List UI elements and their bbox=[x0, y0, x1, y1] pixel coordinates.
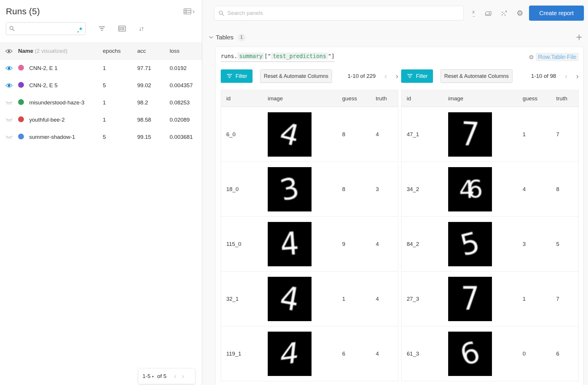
image-column-header[interactable]: image bbox=[268, 95, 342, 102]
run-row[interactable]: misunderstood-haze-3 1 98.2 0.08253 bbox=[0, 94, 202, 111]
panel-query-expression[interactable]: runs.summary["test_predictions"] bbox=[221, 53, 335, 62]
runs-pagination: 1-5 ▾ of 5 ‹ › bbox=[138, 369, 195, 384]
eye-open-icon[interactable] bbox=[5, 66, 18, 71]
id-column-header[interactable]: id bbox=[407, 95, 448, 102]
table-next-page-button[interactable]: › bbox=[396, 72, 398, 80]
runs-prev-page-button[interactable]: ‹ bbox=[174, 373, 176, 380]
runs-filter-button[interactable] bbox=[98, 26, 105, 31]
bracket-open: [" bbox=[264, 53, 271, 59]
panel-settings-glyph bbox=[484, 10, 492, 16]
guess-column-header[interactable]: guess bbox=[342, 95, 376, 102]
tables-section-title[interactable]: Tables bbox=[216, 34, 234, 41]
image-column-header[interactable]: image bbox=[448, 95, 523, 102]
cell-truth: 5 bbox=[556, 241, 578, 247]
digit-glyph: 7 bbox=[460, 118, 480, 151]
runs-columns-button[interactable] bbox=[118, 26, 126, 32]
table-header-row: id image guess truth bbox=[221, 90, 398, 107]
mnist-digit-image[interactable]: 46 bbox=[448, 167, 492, 211]
guess-column-header[interactable]: guess bbox=[523, 95, 556, 102]
cell-guess: 3 bbox=[523, 241, 556, 247]
table-row: 84_2 5 3 5 bbox=[401, 217, 578, 272]
digit-glyph: 5 bbox=[457, 228, 483, 260]
list-icon bbox=[118, 26, 126, 32]
digit-glyph: 4 bbox=[279, 228, 300, 260]
run-row[interactable]: summer-shadow-1 5 99.15 0.003681 bbox=[0, 128, 202, 146]
table-prev-page-button[interactable]: ‹ bbox=[565, 72, 568, 80]
outlier-scatter-icon[interactable] bbox=[501, 10, 508, 16]
mnist-digit-image[interactable]: 6 bbox=[448, 332, 492, 376]
digit-glyph: 4 bbox=[278, 281, 302, 316]
predictions-table-left: Filter Reset & Automate Columns 1-10 of … bbox=[221, 69, 398, 381]
mnist-digit-image[interactable]: 4 bbox=[268, 222, 312, 266]
digit-glyph: 3 bbox=[277, 173, 302, 205]
funnel-icon bbox=[407, 74, 413, 78]
table-icon bbox=[184, 8, 191, 15]
digit-glyph: 7 bbox=[461, 283, 479, 315]
panel-settings-icon[interactable] bbox=[484, 10, 492, 16]
acc-column-header[interactable]: acc bbox=[137, 48, 170, 54]
reset-automate-columns-button[interactable]: Reset & Automate Columns bbox=[260, 69, 332, 83]
cell-guess: 0 bbox=[523, 351, 556, 357]
gear-glyph: ⚙ bbox=[516, 9, 523, 17]
add-panel-button[interactable]: + bbox=[576, 34, 582, 41]
sort-icon: ↓↑ bbox=[139, 25, 143, 32]
table-filter-button[interactable]: Filter bbox=[221, 69, 253, 83]
create-report-button[interactable]: Create report bbox=[529, 6, 584, 21]
table-next-page-button[interactable]: › bbox=[576, 72, 579, 80]
key-chip[interactable]: test_predictions bbox=[271, 52, 328, 60]
visibility-header-icon[interactable] bbox=[5, 49, 18, 54]
truth-column-header[interactable]: truth bbox=[556, 95, 578, 102]
runs-next-page-button[interactable]: › bbox=[182, 373, 184, 380]
cell-guess: 8 bbox=[342, 186, 376, 192]
run-row[interactable]: CNN-2, E 1 1 97.71 0.0192 bbox=[0, 60, 202, 77]
run-name[interactable]: summer-shadow-1 bbox=[29, 134, 103, 140]
summary-chip[interactable]: summary bbox=[237, 52, 264, 60]
bracket-close: "] bbox=[328, 53, 335, 59]
runs-search-input[interactable] bbox=[15, 26, 77, 32]
cell-id: 34_2 bbox=[407, 186, 448, 192]
name-column-header[interactable]: Name (2 visualized) bbox=[18, 48, 103, 54]
run-name[interactable]: CNN-2, E 5 bbox=[29, 82, 103, 89]
eye-closed-icon[interactable] bbox=[5, 118, 18, 122]
mnist-digit-image[interactable]: 7 bbox=[448, 112, 492, 157]
epochs-column-header[interactable]: epochs bbox=[103, 48, 137, 54]
panel-config-gear-icon[interactable]: ⚙ bbox=[529, 54, 534, 61]
table-panel-card: runs.summary["test_predictions"] ⚙ Row.T… bbox=[215, 47, 584, 385]
mnist-digit-image[interactable]: 4 bbox=[268, 277, 312, 321]
mnist-digit-image[interactable]: 4 bbox=[268, 112, 312, 157]
table-row: 61_3 6 0 6 bbox=[401, 326, 578, 381]
chevron-right-icon: › bbox=[192, 7, 195, 15]
panel-type-link[interactable]: Row.Table-File bbox=[536, 53, 579, 61]
table-row: 119_1 4 6 4 bbox=[221, 326, 398, 381]
x-axis-settings-icon[interactable]: x → bbox=[471, 9, 476, 18]
run-row[interactable]: youthful-bee-2 1 98.58 0.02089 bbox=[0, 111, 202, 128]
table-filter-button[interactable]: Filter bbox=[401, 69, 433, 83]
eye-closed-icon[interactable] bbox=[5, 135, 18, 139]
expand-table-button[interactable]: › bbox=[184, 7, 195, 15]
runs-page-range-dropdown[interactable]: 1-5 bbox=[142, 373, 150, 379]
eye-closed-icon[interactable] bbox=[5, 100, 18, 105]
regex-toggle-icon[interactable]: .* bbox=[77, 26, 82, 32]
run-name[interactable]: CNN-2, E 1 bbox=[29, 65, 103, 71]
runs-sidebar: Runs (5) › .* bbox=[0, 0, 202, 385]
table-pagination-text: 1-10 of 98 bbox=[531, 73, 556, 79]
mnist-digit-image[interactable]: 3 bbox=[268, 167, 312, 211]
mnist-digit-image[interactable]: 4 bbox=[268, 332, 312, 376]
run-acc: 98.58 bbox=[137, 117, 170, 123]
panel-search-input[interactable] bbox=[227, 10, 459, 16]
run-row[interactable]: CNN-2, E 5 5 99.02 0.004357 bbox=[0, 77, 202, 94]
tables-section-collapse-chevron[interactable] bbox=[209, 36, 213, 39]
table-prev-page-button[interactable]: ‹ bbox=[385, 72, 387, 80]
id-column-header[interactable]: id bbox=[226, 95, 268, 102]
reset-automate-columns-button[interactable]: Reset & Automate Columns bbox=[441, 69, 512, 83]
run-name[interactable]: misunderstood-haze-3 bbox=[29, 99, 103, 106]
cell-id: 6_0 bbox=[226, 131, 268, 138]
run-name[interactable]: youthful-bee-2 bbox=[29, 117, 103, 123]
run-acc: 97.71 bbox=[137, 65, 170, 71]
eye-open-icon[interactable] bbox=[5, 83, 18, 88]
truth-column-header[interactable]: truth bbox=[376, 95, 398, 102]
mnist-digit-image[interactable]: 7 bbox=[448, 277, 492, 321]
runs-sort-button[interactable]: ↓↑ bbox=[139, 25, 143, 32]
settings-gear-icon[interactable]: ⚙ bbox=[516, 9, 523, 17]
mnist-digit-image[interactable]: 5 bbox=[448, 222, 492, 266]
